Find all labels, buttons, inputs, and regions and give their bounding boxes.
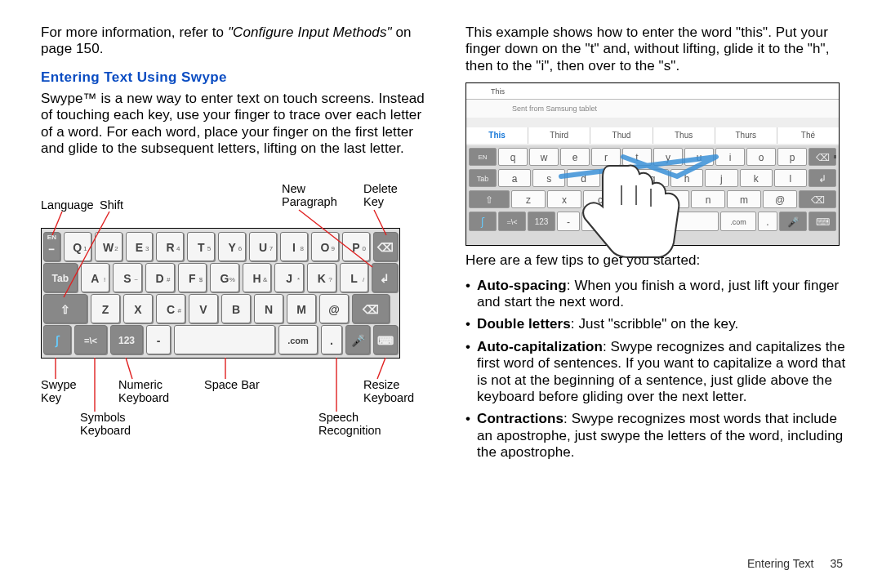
key-M: M [287, 294, 316, 323]
lang-key-icon: EN [469, 148, 497, 166]
key-p: p0 [777, 148, 807, 166]
tab-key: Tab [469, 169, 497, 187]
enter-key: ↲ [372, 263, 398, 292]
swype-key-icon: ʃ [469, 212, 497, 231]
space-bar-key [174, 325, 275, 354]
suggestion: Thus [653, 127, 715, 144]
com-key: .com [278, 325, 318, 354]
key-@: @ [319, 294, 349, 323]
numeric-key: 123 [528, 212, 555, 231]
key-D: D# [145, 263, 175, 292]
key-x: x [547, 190, 581, 208]
key-U: U7 [249, 232, 277, 261]
tip-bullet: • Auto-spacing: When you finish a word, … [466, 278, 849, 314]
dash-key: - [146, 325, 171, 354]
key-I: I8 [280, 232, 308, 261]
key-k: k [740, 169, 773, 187]
key-b: b [655, 190, 689, 208]
key-C: C# [156, 294, 185, 323]
suggestion: Thé [777, 127, 839, 144]
key-v: v [619, 190, 653, 208]
mic-key: 🎤 [345, 325, 370, 354]
tab-key: Tab [43, 263, 78, 292]
label-resize-keyboard: Resize Keyboard [363, 379, 414, 403]
label-speech-recognition: Speech Recognition [318, 412, 381, 436]
key-c: c [583, 190, 617, 208]
com-key: .com [720, 212, 756, 231]
suggestion: Third [528, 127, 590, 144]
numeric-key: 123 [110, 325, 143, 354]
page-footer: Entering Text35 [747, 557, 843, 570]
period-key: . [758, 212, 777, 231]
key-V: V [189, 294, 218, 323]
key-e: e3 [560, 148, 590, 166]
dash-key: - [557, 212, 580, 231]
key-m: m [727, 190, 761, 208]
key-S: S~ [113, 263, 142, 292]
shift-key: ⇧ [469, 190, 510, 208]
label-language: Language [41, 199, 94, 212]
tip-bullet: • Contractions: Swype recognizes most wo… [466, 411, 849, 464]
key-G: G% [210, 263, 239, 292]
keyboard-diagram-1: EN▁Q1W2E3R4T5Y6U7I8O9P0⌫ TabA!S~D#F$G%H&… [41, 228, 400, 359]
key-g: g [636, 169, 669, 187]
key-w: w2 [529, 148, 559, 166]
key-X: X [123, 294, 153, 323]
delete-key: ⌫ [799, 190, 836, 208]
swype-key-icon: ʃ [43, 325, 71, 354]
key-z: z [511, 190, 546, 208]
key-L: L/ [340, 263, 369, 292]
symbols-key: =\< [74, 325, 107, 354]
key-r: r4 [591, 148, 621, 166]
key-E: E3 [126, 232, 154, 261]
shift-key: ⇧ [43, 294, 87, 323]
key-i: i8 [715, 148, 745, 166]
key-d: d [567, 169, 599, 187]
svg-line-9 [377, 358, 385, 379]
tip-bullet: • Auto-capitalization: Swype recognizes … [466, 339, 849, 409]
key-Z: Z [91, 294, 120, 323]
backspace-key-icon: ⌫ [808, 148, 836, 166]
key-h: h [670, 169, 703, 187]
label-space-bar: Space Bar [204, 379, 260, 391]
backspace-key: ⌫ [373, 232, 398, 261]
key-Y: Y6 [218, 232, 246, 261]
key-f: f [602, 169, 635, 187]
tip-bullet: • Double letters: Just "scribble" on the… [466, 316, 849, 336]
space-bar-key [581, 212, 719, 231]
lang-key: EN▁ [43, 232, 60, 261]
key-F: F$ [178, 263, 207, 292]
suggestion: Thud [590, 127, 652, 144]
intro-para: Swype™ is a new way to enter text on tou… [41, 91, 425, 158]
key-q: q1 [498, 148, 528, 166]
delete-key: ⌫ [352, 294, 390, 323]
key-s: s [532, 169, 565, 187]
resize-key-icon: ⌨ [808, 212, 836, 231]
ref-line: For more information, refer to "Configur… [41, 24, 425, 58]
label-new-paragraph: New Paragraph [282, 183, 337, 207]
resize-key: ⌨ [373, 325, 398, 354]
key-R: R4 [156, 232, 184, 261]
key-N: N [254, 294, 283, 323]
key-l: l [774, 169, 807, 187]
swype-illustration: This Sent from Samsung tablet ThisThirdT… [466, 82, 840, 246]
label-shift: Shift [100, 199, 123, 212]
symbols-key: =\< [498, 212, 526, 231]
key-a: a [498, 169, 531, 187]
label-swype-key: Swype Key [41, 379, 77, 403]
period-key: . [321, 325, 342, 354]
key-J: J* [274, 263, 304, 292]
key-n: n [691, 190, 725, 208]
labelled-keyboard: Language Shift New Paragraph Delete Key … [41, 175, 425, 452]
svg-line-5 [126, 358, 132, 379]
key-T: T5 [187, 232, 215, 261]
key-u: u7 [684, 148, 714, 166]
label-numeric-keyboard: Numeric Keyboard [118, 379, 169, 403]
suggestion: Thurs [715, 127, 777, 144]
label-delete-key: Delete Key [363, 183, 398, 207]
example-intro: This example shows how to enter the word… [466, 24, 849, 74]
suggestion: This [466, 127, 528, 144]
tips-intro: Here are a few tips to get you started: [466, 252, 849, 269]
mic-key-icon: 🎤 [779, 212, 807, 231]
key-o: o9 [746, 148, 776, 166]
